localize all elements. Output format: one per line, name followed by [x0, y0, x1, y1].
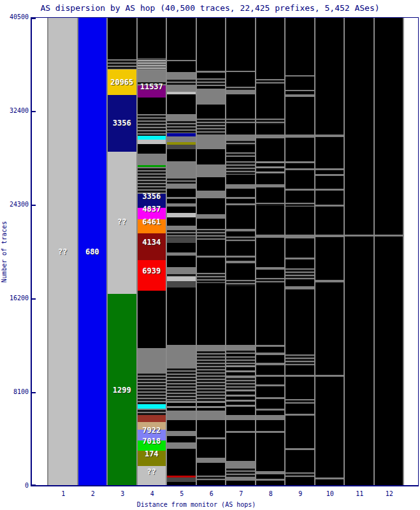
segment-black: [256, 355, 285, 363]
hop-column-11: [345, 18, 375, 486]
segment-gray: [167, 72, 196, 78]
segment-black: [226, 18, 255, 71]
segment-black: [167, 482, 196, 486]
segment-black: [375, 18, 403, 235]
segment-black: [286, 207, 314, 235]
segment-stripes: [256, 119, 285, 124]
segment-black: [167, 149, 196, 161]
segment-black: [226, 263, 255, 280]
segment-black: [138, 291, 166, 348]
segment-stripes: [197, 350, 226, 401]
hop-column-7: [226, 18, 256, 486]
segment-gray: [167, 431, 196, 436]
as-label-4837: 4837: [138, 205, 166, 214]
segment-black: [167, 199, 196, 203]
segment-gray: [197, 135, 226, 149]
segment-black: [167, 18, 196, 60]
hop-column-10: [315, 18, 345, 486]
segment-black: [138, 144, 166, 154]
segment-black: [315, 207, 344, 235]
y-tick-label: 16200: [0, 295, 29, 302]
y-axis-title: Number of traces: [1, 207, 10, 296]
segment-gray: [138, 69, 166, 81]
chart-title: AS dispersion by AS hop (40,500 traces, …: [0, 3, 420, 13]
segment-black: [226, 175, 255, 184]
x-tick-label-11: 11: [345, 490, 375, 498]
as-label-1299: 1299: [108, 386, 136, 395]
segment-stripes: [197, 273, 226, 283]
segment-stripes: [167, 78, 196, 85]
segment-stripes: [226, 152, 255, 157]
segment-gray: [197, 411, 226, 420]
y-tick-label: 40500: [0, 13, 29, 21]
segment-stripes: [286, 472, 314, 477]
segment-stripes: [167, 120, 196, 133]
segment-gray: [226, 345, 255, 349]
segment-stripes: [138, 114, 166, 136]
hop-column-4: 115373356483764614134693979227018174??: [138, 18, 168, 486]
segment-black: [256, 270, 285, 278]
segment-stripes: [138, 167, 166, 194]
hop-column-8: [256, 18, 286, 486]
segment-stripes: [167, 367, 196, 401]
y-tick-mark: [32, 484, 36, 486]
segment-gray: [167, 442, 196, 449]
segment-black: [197, 463, 226, 476]
segment-gray: [226, 415, 255, 420]
segment-black: [286, 450, 314, 472]
as-label-174: 174: [138, 449, 166, 458]
segment-gray: [197, 458, 226, 463]
segment-black: [286, 97, 314, 135]
y-tick-label: 32400: [0, 107, 29, 115]
segment-black: [256, 481, 285, 486]
segment-black: [226, 199, 255, 203]
segment-stripes: [226, 140, 255, 145]
segment-black: [167, 256, 196, 267]
segment-black: [226, 124, 255, 135]
x-tick-label-2: 2: [78, 490, 108, 498]
segment-black: [167, 207, 196, 213]
segment-black: [226, 433, 255, 461]
segment-black: [286, 18, 314, 75]
segment-black: [286, 404, 314, 414]
as-label-11537: 11537: [138, 82, 166, 91]
x-tick-label-1: 1: [48, 490, 78, 498]
as-label-6939: 6939: [138, 266, 166, 275]
as-label-7922: 7922: [138, 426, 166, 435]
segment-stripes: [286, 354, 314, 365]
segment-cyan: [138, 404, 166, 409]
segment-gray: [226, 461, 255, 467]
segment-stripes: [226, 161, 255, 175]
segment-black: [197, 198, 226, 214]
segment-gray: [226, 135, 255, 140]
segment-black: [226, 231, 255, 237]
segment-black: [226, 205, 255, 229]
segment-stripes: [197, 78, 226, 86]
x-tick-label-10: 10: [315, 490, 345, 498]
segment-black: [256, 138, 285, 161]
segment-stripes: [226, 356, 255, 365]
segment-black: [167, 436, 196, 442]
segment-black: [197, 240, 226, 256]
segment-stripes: [167, 177, 196, 184]
segment-stripes: [197, 229, 226, 240]
y-tick-mark: [32, 298, 36, 300]
segment-stripes: [197, 119, 226, 135]
segment-black: [286, 477, 314, 486]
segment-black: [375, 237, 403, 486]
segment-black: [197, 420, 226, 437]
hop-column-1: ??: [47, 18, 78, 486]
x-tick-label-4: 4: [138, 490, 168, 498]
segment-gray: [167, 114, 196, 120]
y-tick-label: 0: [0, 482, 29, 490]
segment-brown: [138, 415, 166, 422]
as-label-20965: 20965: [108, 78, 136, 87]
x-tick-label-6: 6: [197, 490, 227, 498]
as-label-680: 680: [78, 247, 107, 256]
hop-column-12: [375, 18, 405, 486]
segment-black: [167, 189, 196, 197]
segment-black: [315, 479, 344, 486]
segment-black: [256, 18, 285, 79]
segment-stripes: [226, 280, 255, 286]
segment-black: [167, 449, 196, 476]
